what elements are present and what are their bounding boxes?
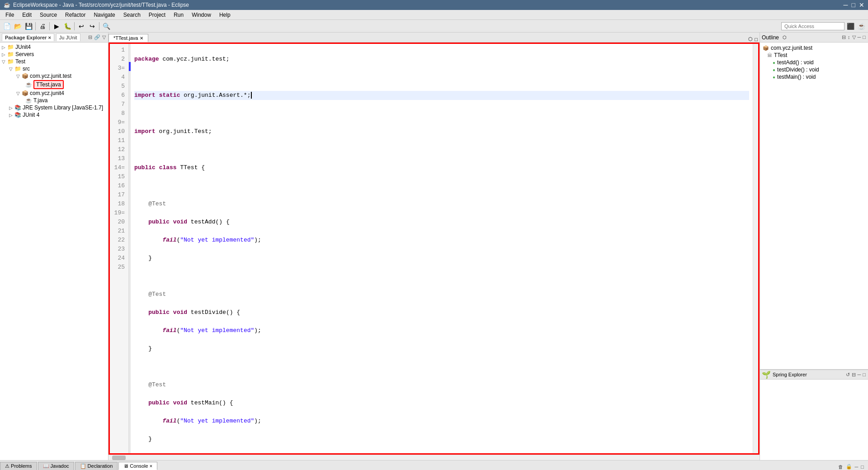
code-line-6 [134, 145, 749, 154]
icon-junit4: 📁 [7, 44, 14, 50]
line-num-3: 3= [112, 64, 125, 73]
menu-refactor[interactable]: Refactor [61, 11, 89, 19]
outline-method-testadd[interactable]: ● testAdd() : void [762, 59, 866, 66]
spring-content [760, 380, 868, 460]
outline-method-label-testmain: testMain() : void [777, 74, 816, 80]
outline-menu-icon[interactable]: ▽ [852, 34, 856, 41]
console-scroll-lock-icon[interactable]: 🔒 [845, 463, 853, 470]
close-button[interactable]: ✕ [859, 1, 864, 9]
toolbar-new[interactable]: 📄 [2, 21, 12, 31]
menu-help[interactable]: Help [216, 11, 234, 19]
tree-item-servers[interactable]: ▷ 📁 Servers [0, 51, 108, 58]
outline-sort-icon[interactable]: ↕ [847, 34, 851, 41]
toolbar-print[interactable]: 🖨 [38, 21, 47, 31]
quick-access-input[interactable] [781, 22, 844, 30]
editor-scrollbar[interactable] [753, 44, 758, 453]
line-num-19: 19= [112, 209, 125, 218]
console-maximize-icon[interactable]: □ [860, 464, 864, 470]
tab-package-explorer[interactable]: Package Explorer × [2, 33, 54, 41]
menu-file[interactable]: File [2, 11, 18, 19]
tree-item-tjava[interactable]: ☕ T.java [0, 97, 108, 104]
toolbar-sep-3 [74, 22, 75, 30]
label-jre: JRE System Library [JavaSE-1.7] [23, 104, 103, 111]
tree-item-test[interactable]: ▽ 📁 Test [0, 58, 108, 65]
tree-item-package-junit4[interactable]: ▽ 📦 com.ycz.junit4 [0, 90, 108, 97]
toolbar-search[interactable]: 🔍 [101, 21, 111, 31]
link-with-editor-icon[interactable]: 🔗 [94, 34, 101, 41]
line-num-25: 25 [112, 263, 125, 272]
spring-icon: 🌱 [762, 370, 771, 379]
menu-edit[interactable]: Edit [19, 11, 35, 19]
toolbar-save[interactable]: 💾 [24, 21, 33, 31]
outline-maximize-icon[interactable]: □ [862, 34, 866, 41]
code-line-23 [134, 453, 749, 453]
icon-servers: 📁 [7, 51, 14, 57]
spring-refresh-icon[interactable]: ↺ [845, 371, 850, 378]
toolbar-java-perspective[interactable]: ☕ [856, 21, 866, 31]
maximize-button[interactable]: □ [852, 1, 855, 9]
outline-sync-icon: ⬡ [783, 35, 787, 40]
tree-item-junit4-lib[interactable]: ▷ 📚 JUnit 4 [0, 111, 108, 119]
tab-ttest-java[interactable]: *TTest.java ✕ [108, 34, 148, 42]
tab-ttest-close[interactable]: ✕ [140, 36, 143, 41]
horizontal-scrollbar[interactable] [108, 455, 760, 460]
menu-source[interactable]: Source [36, 11, 61, 19]
line-num-4: 4 [112, 73, 125, 82]
code-editor[interactable]: package com.ycz.junit.test; import stati… [131, 44, 753, 453]
spring-maximize-icon[interactable]: □ [862, 371, 866, 378]
outline-minimize-icon[interactable]: ─ [857, 34, 862, 41]
line-num-18: 18 [112, 199, 125, 209]
toolbar-perspective[interactable]: ⬛ [845, 21, 855, 31]
outline-method-testmain[interactable]: ● testMain() : void [762, 73, 866, 81]
tree-item-package-junit-test[interactable]: ▽ 📦 com.ycz.junit.test [0, 72, 108, 80]
scroll-thumb[interactable] [112, 456, 126, 460]
menu-run[interactable]: Run [170, 11, 187, 19]
outline-method-icon-testadd: ● [773, 60, 775, 65]
code-line-12: } [134, 254, 749, 263]
line-num-13: 13 [112, 154, 125, 163]
tree-item-src[interactable]: ▽ 📁 src [0, 65, 108, 72]
toolbar-open[interactable]: 📂 [13, 21, 23, 31]
menu-search[interactable]: Search [120, 11, 144, 19]
toolbar-debug[interactable]: 🐛 [62, 21, 72, 31]
editor-maximize-icon[interactable]: □ [755, 37, 758, 42]
code-area[interactable]: 1 2 3= 4 5 6 7 8 9= 10 11 12 13 14= 15 1… [108, 43, 760, 455]
spring-minimize-icon[interactable]: ─ [857, 371, 862, 378]
view-menu-icon[interactable]: ▽ [102, 34, 106, 41]
console-minimize-icon[interactable]: ─ [854, 464, 859, 470]
tree-item-jre[interactable]: ▷ 📚 JRE System Library [JavaSE-1.7] [0, 104, 108, 111]
tab-ttest-label: *TTest.java [113, 35, 138, 41]
tab-javadoc[interactable]: 📖 Javadoc [38, 462, 74, 470]
tab-problems[interactable]: ⚠ Problems [0, 462, 37, 470]
icon-package-junit-test: 📦 [22, 73, 28, 79]
menu-window[interactable]: Window [188, 11, 215, 19]
outline-package[interactable]: 📦 com.ycz.junit.test [762, 44, 866, 52]
menu-project[interactable]: Project [145, 11, 169, 19]
toolbar-undo[interactable]: ↩ [76, 21, 86, 31]
editor-collapse-icon[interactable]: ⬡ [748, 36, 753, 42]
tree-item-ttest[interactable]: ☕ TTest.java ➔ [0, 80, 108, 90]
line-num-14: 14= [112, 163, 125, 172]
code-line-17: } [134, 344, 749, 353]
toolbar-redo[interactable]: ↪ [87, 21, 97, 31]
icon-ttest: ☕ [25, 81, 32, 88]
right-panel-bottom: 🌱 Spring Explorer ↺ ⊟ ─ □ [760, 370, 868, 460]
line-num-1: 1 [112, 46, 125, 55]
outline-method-testdivide[interactable]: ● testDivide() : void [762, 66, 866, 73]
minimize-button[interactable]: ─ [844, 1, 848, 9]
outline-class[interactable]: 🏛 TTest [762, 52, 866, 59]
console-clear-icon[interactable]: 🗑 [838, 464, 844, 470]
tree-item-junit4[interactable]: ▷ 📁 JUnit4 [0, 43, 108, 51]
toolbar-sep-1 [35, 22, 36, 30]
spring-collapse-icon[interactable]: ⊟ [851, 371, 856, 378]
menu-navigate[interactable]: Navigate [90, 11, 118, 19]
arrow-package-junit4: ▽ [16, 91, 22, 96]
collapse-all-icon[interactable]: ⊟ [88, 34, 93, 41]
tab-declaration[interactable]: 📋 Declaration [75, 462, 118, 470]
arrow-junit4: ▷ [2, 45, 7, 50]
outline-collapse-icon[interactable]: ⊟ [841, 34, 846, 41]
line-num-2: 2 [112, 55, 125, 64]
toolbar-run[interactable]: ▶ [52, 21, 61, 31]
tab-console[interactable]: 🖥 Console × [118, 462, 157, 470]
tab-junit[interactable]: Ju JUnit [56, 33, 80, 41]
